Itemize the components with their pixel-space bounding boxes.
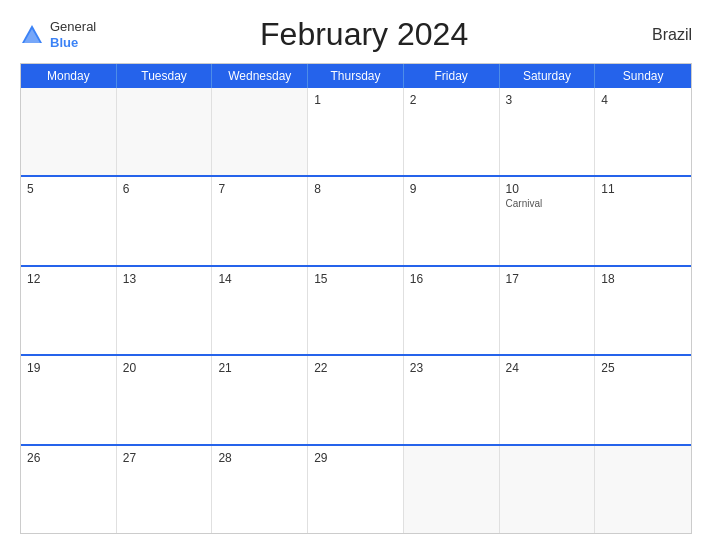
calendar-cell: 26 (21, 446, 117, 533)
calendar-cell: 7 (212, 177, 308, 264)
day-number: 21 (218, 361, 301, 375)
day-number: 12 (27, 272, 110, 286)
calendar-cell: 16 (404, 267, 500, 354)
day-number: 6 (123, 182, 206, 196)
day-number: 14 (218, 272, 301, 286)
calendar-cell: 11 (595, 177, 691, 264)
day-number: 8 (314, 182, 397, 196)
country-label: Brazil (632, 26, 692, 44)
calendar-cell (500, 446, 596, 533)
header-tuesday: Tuesday (117, 64, 213, 88)
calendar-cell: 20 (117, 356, 213, 443)
day-number: 16 (410, 272, 493, 286)
calendar-cell: 22 (308, 356, 404, 443)
calendar-cell: 24 (500, 356, 596, 443)
calendar-event: Carnival (506, 198, 589, 209)
calendar-cell: 10Carnival (500, 177, 596, 264)
calendar-cell (117, 88, 213, 175)
calendar: Monday Tuesday Wednesday Thursday Friday… (20, 63, 692, 534)
day-number: 9 (410, 182, 493, 196)
day-number: 17 (506, 272, 589, 286)
header-saturday: Saturday (500, 64, 596, 88)
day-number: 2 (410, 93, 493, 107)
day-number: 29 (314, 451, 397, 465)
calendar-cell (404, 446, 500, 533)
day-number: 13 (123, 272, 206, 286)
calendar-cell: 27 (117, 446, 213, 533)
day-number: 15 (314, 272, 397, 286)
week-1: 1234 (21, 88, 691, 175)
calendar-cell: 1 (308, 88, 404, 175)
day-number: 1 (314, 93, 397, 107)
calendar-cell: 14 (212, 267, 308, 354)
logo: General Blue (20, 19, 96, 50)
day-number: 20 (123, 361, 206, 375)
day-number: 28 (218, 451, 301, 465)
day-number: 11 (601, 182, 685, 196)
day-number: 19 (27, 361, 110, 375)
day-number: 10 (506, 182, 589, 196)
calendar-cell: 4 (595, 88, 691, 175)
day-number: 26 (27, 451, 110, 465)
calendar-cell: 9 (404, 177, 500, 264)
calendar-cell: 3 (500, 88, 596, 175)
header-friday: Friday (404, 64, 500, 88)
calendar-cell: 15 (308, 267, 404, 354)
header-wednesday: Wednesday (212, 64, 308, 88)
calendar-cell: 8 (308, 177, 404, 264)
calendar-cell: 18 (595, 267, 691, 354)
week-4: 19202122232425 (21, 354, 691, 443)
day-number: 18 (601, 272, 685, 286)
day-number: 23 (410, 361, 493, 375)
logo-icon (20, 23, 44, 47)
calendar-header: Monday Tuesday Wednesday Thursday Friday… (21, 64, 691, 88)
calendar-cell: 29 (308, 446, 404, 533)
day-number: 5 (27, 182, 110, 196)
calendar-cell: 21 (212, 356, 308, 443)
calendar-cell (21, 88, 117, 175)
logo-blue: Blue (50, 35, 96, 51)
header: General Blue February 2024 Brazil (20, 16, 692, 53)
header-thursday: Thursday (308, 64, 404, 88)
calendar-cell: 13 (117, 267, 213, 354)
calendar-body: 12345678910Carnival111213141516171819202… (21, 88, 691, 533)
calendar-cell: 25 (595, 356, 691, 443)
calendar-title: February 2024 (96, 16, 632, 53)
calendar-cell: 17 (500, 267, 596, 354)
calendar-cell: 19 (21, 356, 117, 443)
logo-text: General Blue (50, 19, 96, 50)
day-number: 25 (601, 361, 685, 375)
day-number: 22 (314, 361, 397, 375)
day-number: 4 (601, 93, 685, 107)
day-number: 27 (123, 451, 206, 465)
calendar-cell (595, 446, 691, 533)
logo-general: General (50, 19, 96, 35)
week-3: 12131415161718 (21, 265, 691, 354)
day-number: 24 (506, 361, 589, 375)
week-5: 26272829 (21, 444, 691, 533)
header-sunday: Sunday (595, 64, 691, 88)
page: General Blue February 2024 Brazil Monday… (0, 0, 712, 550)
header-monday: Monday (21, 64, 117, 88)
day-number: 7 (218, 182, 301, 196)
week-2: 5678910Carnival11 (21, 175, 691, 264)
calendar-cell: 28 (212, 446, 308, 533)
calendar-cell: 2 (404, 88, 500, 175)
calendar-cell: 12 (21, 267, 117, 354)
calendar-cell: 6 (117, 177, 213, 264)
calendar-cell: 5 (21, 177, 117, 264)
calendar-cell (212, 88, 308, 175)
day-number: 3 (506, 93, 589, 107)
calendar-cell: 23 (404, 356, 500, 443)
